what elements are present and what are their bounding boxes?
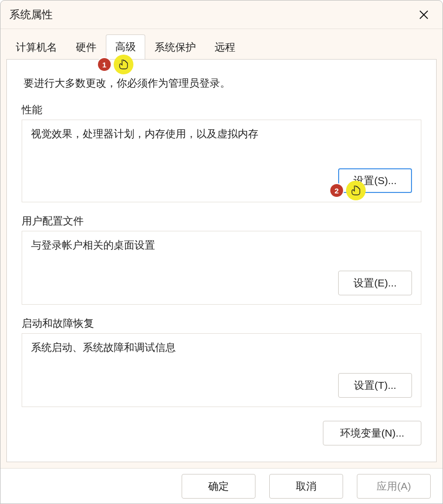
system-properties-window: 系统属性 计算机名 硬件 高级 系统保护 远程 要进行大多数更改，你必须作为管理…: [0, 0, 443, 504]
group-performance-title: 性能: [22, 103, 421, 117]
cancel-button[interactable]: 取消: [269, 474, 343, 499]
group-user-profiles-title: 用户配置文件: [22, 214, 421, 228]
dialog-footer: 确定 取消 应用(A): [0, 468, 443, 504]
tab-system-protection[interactable]: 系统保护: [145, 35, 205, 60]
group-startup-recovery: 启动和故障恢复 系统启动、系统故障和调试信息 设置(T)...: [22, 316, 421, 407]
window-title: 系统属性: [9, 7, 53, 22]
group-user-profiles-desc: 与登录帐户相关的桌面设置: [31, 238, 412, 252]
environment-variables-button[interactable]: 环境变量(N)...: [323, 421, 421, 445]
startup-recovery-settings-button[interactable]: 设置(T)...: [338, 373, 412, 398]
performance-settings-button[interactable]: 设置(S)...: [338, 168, 412, 193]
close-button[interactable]: [414, 5, 434, 25]
tab-advanced[interactable]: 高级: [106, 34, 145, 60]
ok-button[interactable]: 确定: [182, 474, 255, 499]
admin-note: 要进行大多数更改，你必须作为管理员登录。: [24, 76, 421, 90]
group-performance-desc: 视觉效果，处理器计划，内存使用，以及虚拟内存: [31, 127, 412, 141]
tab-hardware[interactable]: 硬件: [66, 35, 106, 60]
group-performance: 性能 视觉效果，处理器计划，内存使用，以及虚拟内存 设置(S)...: [22, 103, 421, 202]
env-vars-row: 环境变量(N)...: [22, 421, 421, 445]
group-user-profiles-box: 与登录帐户相关的桌面设置 设置(E)...: [22, 231, 421, 305]
group-user-profiles: 用户配置文件 与登录帐户相关的桌面设置 设置(E)...: [22, 214, 421, 305]
group-startup-recovery-desc: 系统启动、系统故障和调试信息: [31, 341, 412, 354]
advanced-panel: 要进行大多数更改，你必须作为管理员登录。 性能 视觉效果，处理器计划，内存使用，…: [6, 60, 437, 462]
tab-bar: 计算机名 硬件 高级 系统保护 远程: [0, 29, 443, 60]
user-profiles-settings-button[interactable]: 设置(E)...: [338, 271, 412, 295]
group-performance-box: 视觉效果，处理器计划，内存使用，以及虚拟内存 设置(S)...: [22, 120, 421, 202]
apply-button[interactable]: 应用(A): [357, 474, 431, 499]
group-startup-recovery-box: 系统启动、系统故障和调试信息 设置(T)...: [22, 333, 421, 407]
close-icon: [419, 10, 429, 20]
titlebar: 系统属性: [0, 0, 443, 29]
tab-computer-name[interactable]: 计算机名: [6, 35, 66, 60]
tab-remote[interactable]: 远程: [205, 35, 245, 60]
group-startup-recovery-title: 启动和故障恢复: [22, 316, 421, 330]
